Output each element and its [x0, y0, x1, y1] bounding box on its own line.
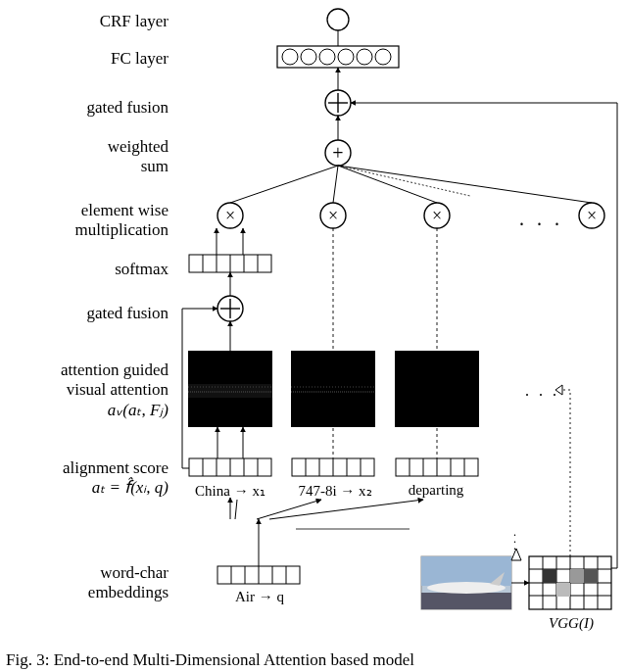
diagram-svg: + × × × ×	[0, 0, 627, 672]
svg-rect-85	[543, 569, 556, 583]
mult-op-1: ×	[217, 203, 243, 228]
attention-map-1	[188, 351, 272, 427]
svg-text:×: ×	[225, 206, 235, 225]
svg-line-17	[338, 166, 437, 203]
svg-text:×: ×	[587, 206, 597, 225]
vgg-feature-grid	[529, 556, 611, 609]
svg-rect-58	[395, 351, 479, 427]
bypass-path-top	[351, 103, 617, 568]
svg-rect-91	[421, 593, 511, 609]
svg-text:×: ×	[328, 206, 338, 225]
svg-line-72	[235, 500, 237, 519]
svg-rect-55	[291, 351, 375, 427]
attention-map-2	[291, 351, 375, 427]
svg-text:+: +	[332, 142, 343, 164]
svg-line-74	[269, 500, 423, 519]
alignment-vector-2	[292, 458, 374, 476]
fc-layer-box	[277, 46, 399, 68]
svg-rect-87	[584, 569, 598, 583]
weighted-sum-op: +	[325, 140, 351, 166]
svg-line-18	[338, 166, 470, 196]
softmax-vector	[189, 255, 271, 272]
svg-line-16	[333, 166, 338, 203]
svg-rect-42	[188, 384, 272, 398]
gated-fusion-top-op	[325, 90, 351, 116]
mult-op-4: ×	[579, 203, 604, 228]
alignment-vector-3	[396, 458, 478, 476]
svg-rect-88	[556, 583, 570, 597]
svg-marker-95	[555, 385, 562, 395]
svg-line-15	[230, 166, 338, 203]
q-embedding-vector	[217, 566, 300, 584]
svg-line-19	[338, 166, 592, 203]
open-arrow-icon	[511, 549, 521, 560]
mult-op-3: ×	[424, 203, 450, 228]
attention-map-3	[395, 351, 479, 427]
crf-output-circle	[327, 9, 349, 30]
svg-text:×: ×	[432, 206, 442, 225]
input-image	[421, 556, 511, 609]
alignment-vector-1	[189, 458, 271, 476]
gated-fusion-mid-op	[217, 296, 243, 321]
mult-op-2: ×	[320, 203, 346, 228]
svg-rect-86	[570, 569, 584, 583]
